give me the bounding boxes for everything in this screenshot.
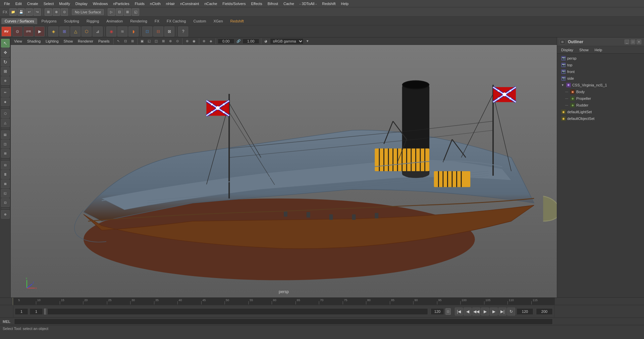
outliner-menu-help[interactable]: Help bbox=[592, 47, 605, 53]
frame-range-toggle[interactable]: ⊡ bbox=[445, 308, 451, 315]
shelf-btn-ren2[interactable]: ⊟ bbox=[153, 26, 163, 37]
rotate-tool-btn[interactable]: ↻ bbox=[1, 58, 10, 66]
toolbar-render-3[interactable]: ⊞ bbox=[124, 8, 131, 16]
outliner-item-persp[interactable]: 📷 persp bbox=[557, 55, 644, 62]
outliner-close-btn[interactable]: × bbox=[637, 40, 641, 44]
tab-polygons[interactable]: Polygons bbox=[38, 18, 60, 24]
scale-tool-btn[interactable]: ⊞ bbox=[1, 67, 10, 76]
vp-icon-link[interactable]: 🔗 bbox=[235, 38, 241, 44]
mel-input[interactable] bbox=[14, 319, 553, 325]
toolbar-render-1[interactable]: ▷ bbox=[108, 8, 115, 16]
shelf-btn-ipr[interactable]: IPR bbox=[23, 26, 34, 37]
toolbar-btn-4[interactable]: ↪ bbox=[34, 8, 41, 16]
tab-custom[interactable]: Custom bbox=[190, 18, 210, 24]
layout-btn-3[interactable]: ⊠ bbox=[1, 180, 10, 188]
menu-nparticles[interactable]: nParticles bbox=[110, 1, 132, 6]
vp-shading-4[interactable]: ⊠ bbox=[160, 38, 166, 44]
outliner-item-css-virginia[interactable]: ▼ ✱ CSS_Virginia_ncl1_1 bbox=[557, 82, 644, 88]
vp-menu-view[interactable]: View bbox=[12, 39, 24, 44]
toolbar-render-4[interactable]: ◱ bbox=[132, 8, 139, 16]
menu-3dtoall[interactable]: - 3DToAll - bbox=[297, 1, 319, 6]
create-tool-btn[interactable]: △ bbox=[1, 119, 10, 127]
vp-btn-2[interactable]: ⊡ bbox=[122, 38, 128, 44]
shelf-btn-2[interactable]: ⊙ bbox=[12, 26, 22, 37]
start-frame-input[interactable] bbox=[15, 308, 28, 315]
outliner-menu-show[interactable]: Show bbox=[577, 47, 591, 53]
viewport-canvas[interactable]: persp X Y Z bbox=[11, 45, 557, 297]
vp-menu-lighting[interactable]: Lighting bbox=[44, 39, 61, 44]
vp-render-2[interactable]: ◉ bbox=[191, 38, 197, 44]
menu-modify[interactable]: Modify bbox=[56, 1, 72, 6]
vp-btn-3[interactable]: ⊞ bbox=[129, 38, 136, 44]
tab-animation[interactable]: Animation bbox=[103, 18, 126, 24]
menu-nconstraint[interactable]: nConstraint bbox=[177, 1, 202, 6]
menu-display[interactable]: Display bbox=[73, 1, 90, 6]
menu-bifrost[interactable]: Bifrost bbox=[265, 1, 281, 6]
outliner-minimize-btn[interactable]: _ bbox=[625, 40, 629, 44]
move-tool-btn[interactable]: ✥ bbox=[1, 48, 10, 57]
viewport[interactable]: View Shading Lighting Show Renderer Pane… bbox=[11, 38, 557, 297]
shelf-btn-5[interactable]: ⊞ bbox=[59, 26, 69, 37]
shelf-btn-9[interactable]: ◉ bbox=[106, 26, 116, 37]
current-frame-input[interactable] bbox=[30, 308, 43, 315]
play-back-btn[interactable]: ◀◀ bbox=[472, 308, 480, 316]
no-live-surface-btn[interactable]: No Live Surface bbox=[72, 9, 104, 15]
shelf-btn-help[interactable]: ? bbox=[178, 26, 188, 37]
total-end-input[interactable] bbox=[517, 308, 533, 315]
paint-tool-btn[interactable]: ✏ bbox=[1, 88, 10, 97]
expand-icon-css[interactable]: ▼ bbox=[561, 83, 564, 87]
vp-menu-renderer[interactable]: Renderer bbox=[76, 39, 95, 44]
step-fwd-btn[interactable]: ▶ bbox=[490, 308, 498, 316]
vp-shading-2[interactable]: ◱ bbox=[146, 38, 152, 44]
vp-shading-3[interactable]: ◫ bbox=[153, 38, 159, 44]
vp-snap-1[interactable]: ⊕ bbox=[201, 38, 207, 44]
menu-select[interactable]: Select bbox=[41, 1, 57, 6]
shelf-btn-ren3[interactable]: ⊠ bbox=[164, 26, 174, 37]
sculpt-tool-btn[interactable]: ◈ bbox=[1, 97, 10, 106]
layout-btn-5[interactable]: ⊡ bbox=[1, 198, 10, 207]
next-keyframe-btn[interactable]: ▶| bbox=[498, 308, 506, 316]
tab-rigging[interactable]: Rigging bbox=[83, 18, 102, 24]
shelf-btn-ren1[interactable]: ⊡ bbox=[142, 26, 152, 37]
shelf-btn-8[interactable]: ⊿ bbox=[93, 26, 103, 37]
layout-btn-2[interactable]: ≣ bbox=[1, 170, 10, 179]
select-tool-btn[interactable]: ↖ bbox=[1, 39, 10, 48]
shelf-btn-11[interactable]: ◗ bbox=[128, 26, 139, 37]
toolbar-snap-point[interactable]: ⊙ bbox=[61, 8, 68, 16]
shelf-btn-7[interactable]: ⬡ bbox=[82, 26, 92, 37]
menu-cache[interactable]: Cache bbox=[281, 1, 297, 6]
outliner-maximize-btn[interactable]: □ bbox=[631, 40, 635, 44]
gamma-select[interactable]: sRGB gamma Linear bbox=[270, 38, 304, 44]
display-mode-1[interactable]: ▤ bbox=[1, 130, 10, 139]
shelf-btn-4[interactable]: ◈ bbox=[48, 26, 58, 37]
vp-value-2[interactable] bbox=[243, 39, 259, 44]
total-range-end[interactable] bbox=[536, 308, 553, 315]
toolbar-btn-1[interactable]: 📁 bbox=[9, 8, 17, 16]
prev-keyframe-btn[interactable]: |◀ bbox=[455, 308, 463, 316]
tab-sculpting[interactable]: Sculpting bbox=[61, 18, 83, 24]
poly-tool-btn[interactable]: ⬡ bbox=[1, 109, 10, 118]
shelf-btn-10[interactable]: ≋ bbox=[117, 26, 127, 37]
toolbar-render-2[interactable]: ⊡ bbox=[116, 8, 123, 16]
tab-xgen[interactable]: XGen bbox=[210, 18, 226, 24]
extra-btn-1[interactable]: ⊕ bbox=[1, 210, 10, 219]
outliner-item-top[interactable]: 📷 top bbox=[557, 62, 644, 68]
outliner-item-body[interactable]: — ▣ Body bbox=[557, 88, 644, 95]
universal-tool-btn[interactable]: ⊕ bbox=[1, 76, 10, 85]
toolbar-snap-grid[interactable]: ⊞ bbox=[45, 8, 52, 16]
shelf-btn-rv[interactable]: RV bbox=[1, 26, 11, 37]
vp-shading-6[interactable]: ⊙ bbox=[174, 38, 180, 44]
vp-gamma-icon[interactable]: ◕ bbox=[263, 38, 269, 44]
vp-cam-1[interactable]: ◈ bbox=[208, 38, 214, 44]
tab-redshift[interactable]: Redshift bbox=[227, 18, 247, 24]
tab-curves-surfaces[interactable]: Curves / Surfaces bbox=[1, 18, 37, 24]
tab-fx-caching[interactable]: FX Caching bbox=[163, 18, 189, 24]
menu-fields[interactable]: Fields/Solvers bbox=[220, 1, 248, 6]
play-btn[interactable]: ▶ bbox=[481, 308, 489, 316]
tab-rendering[interactable]: Rendering bbox=[127, 18, 151, 24]
menu-edit[interactable]: Edit bbox=[13, 1, 24, 6]
step-back-btn[interactable]: ◀ bbox=[464, 308, 472, 316]
vp-shading-5[interactable]: ⊕ bbox=[167, 38, 173, 44]
outliner-item-object-set[interactable]: ◉ defaultObjectSet bbox=[557, 115, 644, 122]
outliner-item-rudder[interactable]: — ◈ Rudder bbox=[557, 102, 644, 109]
